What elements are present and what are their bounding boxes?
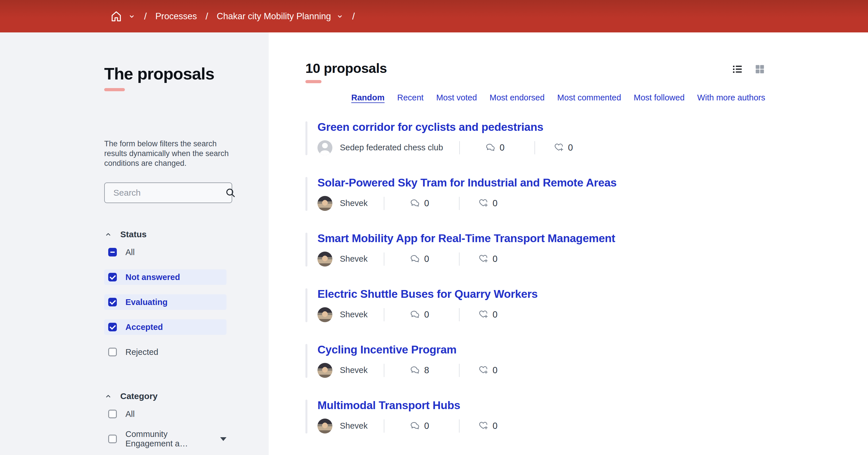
filter-option-status-all[interactable]: All [104,245,226,260]
filter-option-status-accepted[interactable]: Accepted [104,319,226,335]
checkbox-icon[interactable] [108,248,117,257]
filter-rows: All Not answered Evaluating Accepted Rej… [104,245,269,360]
endorsements-number: 0 [493,310,497,320]
chevron-down-icon [128,12,135,20]
sort-option-most-commented[interactable]: Most commented [557,93,621,102]
title-underline-decoration [104,88,125,91]
breadcrumb-space-link[interactable]: Chakar city Mobility Planning [217,11,344,22]
filter-option-status-rejected[interactable]: Rejected [104,344,226,360]
proposal-meta-row: Sedep federated chess club 0 [317,140,765,155]
heart-add-icon [478,365,489,376]
proposal-title-link[interactable]: Solar-Powered Sky Tram for Industrial an… [317,176,617,189]
endorsements-count: 0 [478,421,497,431]
meta-divider [459,197,460,210]
chat-bubbles-icon [410,198,420,208]
sort-option-random[interactable]: Random [351,93,384,102]
proposal-meta-row: Shevek 0 0 [317,307,765,322]
proposal-title-link[interactable]: Smart Mobility App for Real-Time Transpo… [317,232,615,245]
caret-down-icon[interactable] [220,437,226,441]
proposal-author-link[interactable]: Shevek [317,252,368,266]
author-name: Shevek [340,365,368,375]
meta-divider [384,308,384,321]
filter-section-header[interactable]: Status [104,229,269,239]
filter-option-label: Evaluating [125,297,167,307]
meta-divider [384,419,384,433]
chevron-down-icon [336,12,344,20]
breadcrumb-separator: / [144,11,147,22]
checkbox-icon[interactable] [108,298,117,306]
proposals-main: 10 proposals Random Re [269,32,868,455]
heart-add-icon [478,309,489,320]
filter-option-label: Rejected [125,348,158,357]
proposals-count-block: 10 proposals [305,60,387,83]
filter-option-label: Accepted [125,322,163,332]
filter-option-label: All [125,248,135,257]
proposal-author-link[interactable]: Shevek [317,363,368,378]
filter-section-label: Category [120,391,158,401]
filter-option-category-all[interactable]: All [104,406,226,422]
comments-count: 0 [410,254,429,264]
endorsements-number: 0 [493,254,497,264]
chat-bubbles-icon [410,421,420,431]
search-button[interactable] [225,187,242,198]
search-input[interactable] [113,188,225,198]
grid-view-button[interactable] [754,64,765,74]
filter-section-header[interactable]: Category [104,391,269,401]
checkbox-icon[interactable] [108,273,117,282]
filter-option-status-not-answered[interactable]: Not answered [104,269,226,285]
proposal-card: Solar-Powered Sky Tram for Industrial an… [305,176,765,212]
list-view-button[interactable] [732,64,743,74]
sort-options-row: Random Recent Most voted Most endorsed M… [305,93,765,102]
comments-number: 8 [424,365,429,376]
proposal-title-link[interactable]: Green corridor for cyclists and pedestri… [317,121,544,133]
proposal-title-link[interactable]: Multimodal Transport Hubs [317,399,460,412]
sort-option-with-more-authors[interactable]: With more authors [697,93,765,102]
chevron-up-icon [104,230,112,238]
proposal-title-link[interactable]: Cycling Incentive Program [317,344,456,356]
meta-divider [459,364,460,377]
checkbox-icon[interactable] [108,435,117,443]
filter-sections: Status All Not answered Evaluating Accep… [104,229,269,447]
proposal-author-link[interactable]: Shevek [317,419,368,433]
proposal-author-link[interactable]: Shevek [317,196,368,211]
meta-divider [459,308,460,321]
breadcrumb-processes-link[interactable]: Processes [155,11,197,22]
author-avatar [317,363,332,378]
author-avatar [317,196,332,211]
sort-option-most-followed[interactable]: Most followed [634,93,685,102]
grid-view-icon [754,64,765,74]
proposal-author-link[interactable]: Shevek [317,307,368,322]
author-avatar [317,252,332,266]
proposal-title-link[interactable]: Electric Shuttle Buses for Quarry Worker… [317,288,538,300]
filter-option-status-evaluating[interactable]: Evaluating [104,294,226,310]
checkbox-icon[interactable] [108,410,117,418]
endorsements-count: 0 [553,142,573,153]
endorsements-count: 0 [478,365,497,376]
author-avatar [317,307,332,322]
checkbox-icon[interactable] [108,323,117,331]
sort-option-most-endorsed[interactable]: Most endorsed [490,93,545,102]
filters-sidebar: The proposals The form below filters the… [0,32,269,455]
card-accent-bar [305,288,307,322]
meta-divider [459,419,460,433]
filter-section-category: Category All Community Engagement a… [104,391,269,447]
endorsements-count: 0 [478,309,497,320]
filter-rows: All Community Engagement a… [104,406,269,447]
meta-divider [384,253,384,266]
chevron-up-icon [104,392,112,400]
sort-option-most-voted[interactable]: Most voted [436,93,477,102]
checkbox-icon[interactable] [108,348,117,356]
search-box [104,183,232,203]
sort-option-recent[interactable]: Recent [397,93,424,102]
card-accent-bar [305,121,307,155]
meta-divider [459,253,460,266]
author-name: Shevek [340,198,368,208]
chat-bubbles-icon [410,365,420,376]
endorsements-number: 0 [568,142,573,153]
filter-option-label: All [125,410,135,419]
chat-bubbles-icon [410,309,420,320]
filter-option-category-community-engagement-a[interactable]: Community Engagement a… [104,431,226,447]
count-underline-decoration [305,80,321,83]
breadcrumb-home-link[interactable] [110,10,135,23]
proposal-author-link[interactable]: Sedep federated chess club [317,140,443,155]
